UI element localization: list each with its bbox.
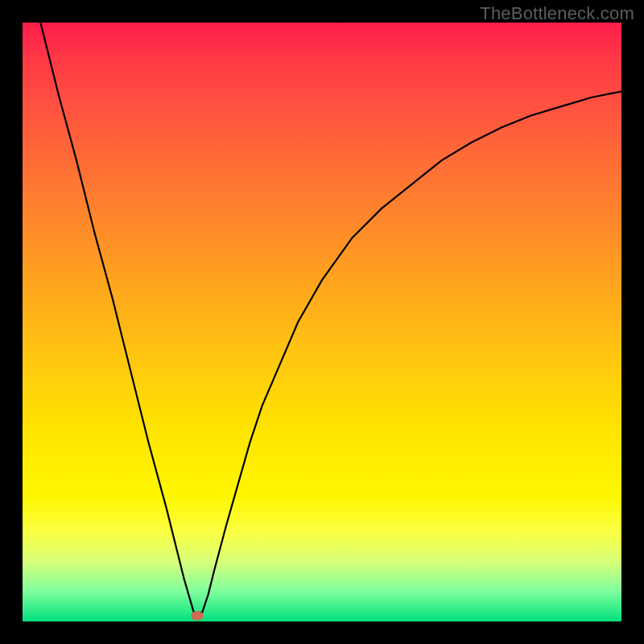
curve-layer (23, 23, 621, 621)
chart-frame: TheBottleneck.com (0, 0, 644, 644)
plot-area (23, 23, 621, 621)
watermark-text: TheBottleneck.com (480, 3, 634, 24)
optimal-point-marker (192, 611, 204, 620)
bottleneck-curve (40, 23, 621, 613)
